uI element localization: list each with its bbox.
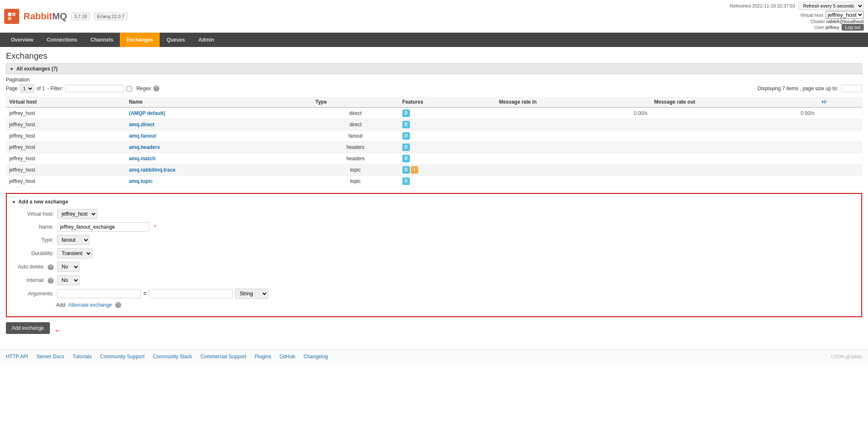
svg-rect-0 [8,13,11,16]
cell-features: D [399,153,496,164]
alternate-exchange-row: Add Alternate exchange ? [12,302,856,308]
arrow-indicator: ← [54,326,62,335]
table-row: jeffrey_hostamq.directdirectD [6,119,862,130]
page-label: Page [6,86,18,91]
arg-value-input[interactable] [149,289,233,298]
cluster-row: Cluster rabbit@localhost [730,19,864,24]
page-select[interactable]: 1 [20,84,34,93]
svg-rect-1 [12,13,16,16]
feature-badge-d: D [402,110,410,117]
cell-exchange-name[interactable]: amq.rabbitmq.trace [129,167,176,173]
all-exchanges-header[interactable]: ▼ All exchanges (7) [6,63,862,74]
erlang-badge: Erlang 22.0.7 [94,13,127,20]
auto-delete-form-row: Auto delete: ? No Yes [12,262,856,272]
vhost-form-label: Virtual host: [12,211,54,217]
help-icon-alternate[interactable]: ? [115,302,121,308]
feature-badge-d: D [402,132,410,140]
filter-input[interactable] [65,85,124,92]
cell-type: headers [312,153,399,164]
name-form-input[interactable]: jeffrey_fanout_exchange [57,222,149,232]
nav-exchanges[interactable]: Exchanges [120,33,160,47]
vhost-form-row: Virtual host: jeffrey_host [12,209,856,219]
cell-vhost: jeffrey_host [6,130,126,142]
durability-form-row: Durability: Transient Durable [12,248,856,258]
durability-form-select[interactable]: Transient Durable [57,248,92,258]
regex-checkbox[interactable] [127,86,132,91]
refresh-select[interactable]: Refresh every 5 seconds [798,2,864,10]
page-title: Exchanges [6,51,862,61]
arguments-inputs: = String Number Boolean List [57,289,268,299]
svg-rect-2 [8,17,11,20]
add-exchange-header[interactable]: ▼ Add a new exchange [12,199,856,205]
cell-exchange-name[interactable]: amq.direct [129,122,155,128]
auto-delete-select[interactable]: No Yes [57,262,80,272]
col-actions[interactable]: +/- [818,97,862,107]
arg-type-select[interactable]: String Number Boolean List [235,289,268,299]
footer-github[interactable]: GitHub [280,354,295,360]
vhost-select[interactable]: jeffrey_host [826,11,864,19]
pagination-label: Pagination [6,77,862,83]
nav-admin[interactable]: Admin [192,33,220,47]
nav-channels[interactable]: Channels [84,33,120,47]
cell-action [818,107,862,119]
table-row: jeffrey_hostamq.headersheadersD [6,142,862,153]
cell-action [818,176,862,187]
footer-changelog[interactable]: Changelog [303,354,328,360]
cell-vhost: jeffrey_host [6,176,126,187]
page-size-input[interactable]: 100 [841,85,862,92]
cell-vhost: jeffrey_host [6,153,126,164]
refresh-row: Refreshed 2022-11-19 22:37:03 Refresh ev… [730,2,864,10]
footer-community-support[interactable]: Community Support [100,354,145,360]
nav-overview[interactable]: Overview [4,33,40,47]
cell-exchange-name[interactable]: amq.topic [129,178,153,184]
cell-rate-in [495,164,650,176]
logout-button[interactable]: Log out [842,24,864,31]
cell-rate-out [651,176,818,187]
help-icon-regex[interactable]: ? [153,86,159,91]
footer-commercial-support[interactable]: Commercial Support [200,354,246,360]
footer-server-docs[interactable]: Server Docs [36,354,64,360]
cell-features: D [399,130,496,142]
internal-select[interactable]: No Yes [57,275,80,285]
cell-rate-out [651,153,818,164]
cluster-label: Cluster rabbit@localhost [811,19,864,24]
logo-icon [4,9,19,24]
version-badge: 3.7.18 [71,13,90,20]
logo-text: RabbitMQ [23,11,67,22]
arguments-form-label: Arguments: [12,291,54,297]
footer-community-slack[interactable]: Community Slack [153,354,192,360]
equals-sign: = [143,291,146,297]
footer-http-api[interactable]: HTTP API [6,354,28,360]
cell-exchange-name[interactable]: amq.headers [129,144,160,150]
type-form-select[interactable]: direct fanout topic headers [57,235,90,245]
cell-exchange-name[interactable]: (AMQP default) [129,110,165,116]
nav-queues[interactable]: Queues [160,33,192,47]
cell-type: headers [312,142,399,153]
cell-rate-out [651,164,818,176]
cell-exchange-name[interactable]: amq.match [129,156,155,162]
feature-badge-d: D [402,177,410,185]
table-row: jeffrey_host(AMQP default)directD0.00/s0… [6,107,862,119]
name-form-row: Name: jeffrey_fanout_exchange * [12,222,856,232]
cell-rate-out: 0.00/s [651,107,818,119]
cell-features: D [399,142,496,153]
help-icon-internal[interactable]: ? [48,278,54,284]
footer-plugins[interactable]: Plugins [255,354,271,360]
add-exchange-button[interactable]: Add exchange [6,322,50,334]
arg-key-input[interactable] [57,289,141,298]
top-right-info: Refreshed 2022-11-19 22:37:03 Refresh ev… [730,2,864,31]
footer-tutorials[interactable]: Tutorials [73,354,92,360]
col-vhost: Virtual host [6,97,126,107]
cell-action [818,119,862,130]
table-row: jeffrey_hostamq.matchheadersD [6,153,862,164]
vhost-form-select[interactable]: jeffrey_host [57,209,97,219]
nav-connections[interactable]: Connections [40,33,84,47]
alternate-exchange-btn[interactable]: Alternate exchange [68,302,111,308]
footer-attribution: CSDN @Jafely [831,354,862,359]
cell-action [818,164,862,176]
col-rate-in: Message rate in [495,97,650,107]
cell-exchange-name[interactable]: amq.fanout [129,133,156,139]
cell-action [818,142,862,153]
help-icon-autodelete[interactable]: ? [48,264,54,270]
cell-vhost: jeffrey_host [6,142,126,153]
